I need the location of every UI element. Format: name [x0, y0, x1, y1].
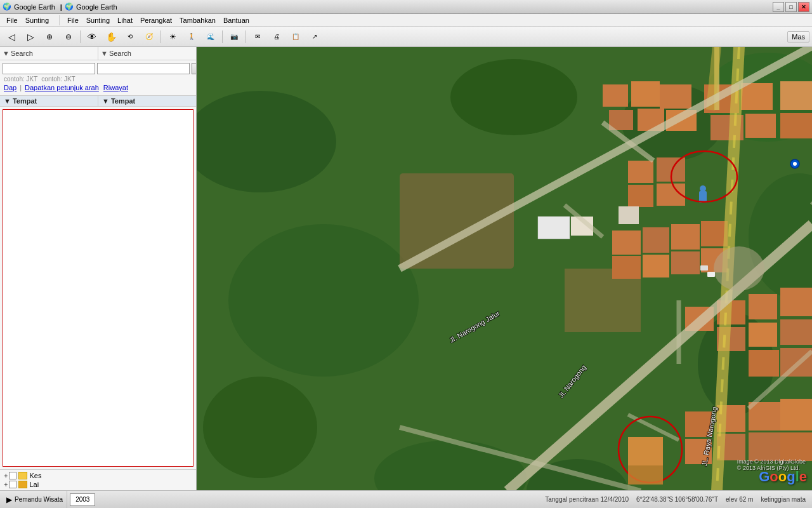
snapshot-button[interactable]: 📷 — [225, 29, 243, 45]
compass-button[interactable]: 🧭 — [140, 29, 158, 45]
svg-rect-13 — [603, 84, 628, 107]
svg-rect-50 — [671, 224, 700, 250]
print-button[interactable]: 🖨 — [268, 29, 285, 45]
separator-1 — [80, 30, 81, 43]
nav-back-button[interactable]: ◁ — [3, 29, 20, 45]
search-panel-1-label: Search — [11, 50, 33, 57]
checkbox-1[interactable] — [9, 472, 16, 479]
title-icon-2: 🌍 — [65, 3, 74, 11]
sidebar: ▼ Search ▼ Search Telusuri contoh: JKT c… — [0, 47, 197, 490]
directions-link[interactable]: Dapatkan petunjuk arah — [23, 84, 100, 91]
places-panel-1: ▼ Tempat — [0, 96, 98, 106]
svg-rect-27 — [749, 294, 777, 319]
zoom-in-button[interactable]: ⊕ — [41, 29, 58, 45]
places-label-1: Tempat — [13, 97, 37, 105]
search-button[interactable]: Telusuri — [192, 63, 197, 74]
copyright-text-2: © 2013 AfriGIS (Pty) Ltd. — [737, 465, 800, 471]
title-icon-1: 🌍 — [3, 3, 11, 11]
expand-icon-1[interactable]: + — [4, 472, 8, 479]
svg-rect-25 — [780, 288, 812, 316]
search-hint-2: contoh: JKT — [40, 76, 76, 83]
search-area: Telusuri contoh: JKT contoh: JKT Dap | D… — [0, 60, 196, 96]
svg-rect-70 — [628, 465, 663, 485]
svg-rect-44 — [628, 185, 653, 207]
menu-sunting-1[interactable]: Sunting — [22, 15, 53, 25]
svg-rect-46 — [612, 231, 641, 255]
svg-point-8 — [203, 377, 317, 478]
tour-label: Pemandu Wisata — [15, 496, 63, 503]
search-links: Dap | Dapatkan petunjuk arah Riwayat — [3, 83, 193, 93]
svg-rect-11 — [400, 173, 514, 269]
tour-section: ▶ Pemandu Wisata — [3, 491, 67, 508]
svg-rect-28 — [749, 323, 777, 347]
svg-rect-23 — [780, 81, 812, 110]
map-area[interactable]: Jl. Narogong Jalur Jl. Narogong JL. Raya… — [197, 47, 812, 490]
zoom-out-button[interactable]: ⊖ — [60, 29, 77, 45]
folder-icon-2 — [18, 481, 27, 488]
close-button[interactable]: ✕ — [798, 2, 809, 12]
menu-tambahkan[interactable]: Tambahkan — [176, 15, 219, 25]
search-panel-1: ▼ Search — [0, 47, 98, 60]
places-arrow-2: ▼ — [102, 97, 109, 105]
svg-rect-20 — [741, 83, 773, 110]
menu-lihat[interactable]: Lihat — [114, 15, 136, 25]
title-bar: 🌍 Google Earth | 🌍 Google Earth _ □ ✕ — [0, 0, 812, 14]
places-arrow-1: ▼ — [4, 97, 11, 105]
svg-rect-57 — [538, 217, 570, 239]
search-input-2[interactable] — [97, 63, 190, 74]
checkbox-2[interactable] — [9, 481, 16, 488]
mas-button[interactable]: Mas — [787, 31, 809, 43]
date-info: Tanggal pencitraan 12/4/2010 — [541, 496, 632, 503]
svg-rect-69 — [628, 437, 663, 465]
elev-text: elev 62 m — [726, 496, 753, 503]
svg-rect-22 — [745, 114, 776, 138]
sun-button[interactable]: ☀ — [164, 29, 181, 45]
nav-forward-button[interactable]: ▷ — [22, 29, 39, 45]
svg-rect-32 — [780, 348, 812, 377]
svg-rect-15 — [660, 84, 691, 109]
map-svg: Jl. Narogong Jalur Jl. Narogong JL. Raya… — [197, 47, 812, 490]
menu-perangkat[interactable]: Perangkat — [136, 15, 176, 25]
svg-rect-51 — [671, 251, 700, 274]
places-section: ▼ Tempat ▼ Tempat + — [0, 96, 196, 490]
tree-item-1: + Kes — [3, 471, 193, 480]
svg-point-3 — [450, 59, 577, 135]
maximize-button[interactable]: □ — [785, 2, 797, 12]
copy-button[interactable]: 📋 — [287, 29, 304, 45]
places-panel-2: ▼ Tempat — [98, 96, 196, 106]
date-label: Tanggal pencitraan 12/4/2010 — [545, 496, 629, 503]
menu-file-1[interactable]: File — [3, 15, 22, 25]
tour-icon: ▶ — [6, 495, 12, 504]
expand-icon-2[interactable]: + — [4, 481, 8, 488]
height-info: ketinggian mata — [757, 496, 809, 503]
svg-rect-26 — [780, 319, 812, 345]
main-layout: ▼ Search ▼ Search Telusuri contoh: JKT c… — [0, 47, 812, 490]
year-text: 2003 — [75, 496, 89, 503]
share-button[interactable]: ↗ — [306, 29, 324, 45]
history-link[interactable]: Riwayat — [102, 84, 129, 91]
search-hint-1: contoh: JKT — [3, 76, 39, 83]
search-row-1: Telusuri — [3, 63, 193, 74]
dap-link[interactable]: Dap — [3, 84, 18, 91]
places-header: ▼ Tempat ▼ Tempat — [0, 96, 196, 107]
ocean-button[interactable]: 🌊 — [202, 29, 219, 45]
map-copyright: Image © 2013 DigitalGlobe © 2013 AfriGIS… — [737, 458, 806, 471]
menu-bantuan[interactable]: Bantuan — [219, 15, 253, 25]
tilt-button[interactable]: ⟲ — [121, 29, 139, 45]
menu-sunting-2[interactable]: Sunting — [82, 15, 114, 25]
folder-icon-1 — [18, 472, 27, 479]
elev-info: elev 62 m — [722, 496, 757, 503]
minimize-button[interactable]: _ — [773, 2, 784, 12]
arrow-icon-1: ▼ — [3, 50, 10, 57]
move-button[interactable]: ✋ — [102, 29, 120, 45]
search-input-1[interactable] — [3, 63, 95, 74]
svg-rect-49 — [643, 255, 669, 277]
svg-rect-62 — [707, 272, 715, 277]
search-panels: ▼ Search ▼ Search — [0, 47, 196, 60]
title-text-2: Google Earth — [76, 3, 117, 11]
streetview-button[interactable]: 🚶 — [183, 29, 200, 45]
look-button[interactable]: 👁 — [83, 29, 101, 45]
email-button[interactable]: ✉ — [249, 29, 266, 45]
year-display: 2003 — [70, 493, 95, 506]
menu-file-2[interactable]: File — [63, 15, 82, 25]
